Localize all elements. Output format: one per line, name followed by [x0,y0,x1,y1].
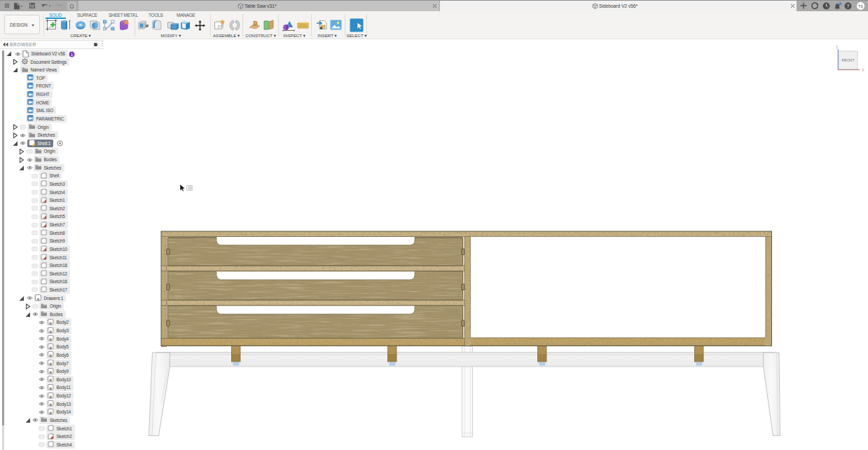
svg-text:X: X [862,69,865,72]
svg-text:1: 1 [71,52,73,56]
svg-text:Z: Z [836,46,838,49]
svg-text:FRONT: FRONT [841,58,855,62]
